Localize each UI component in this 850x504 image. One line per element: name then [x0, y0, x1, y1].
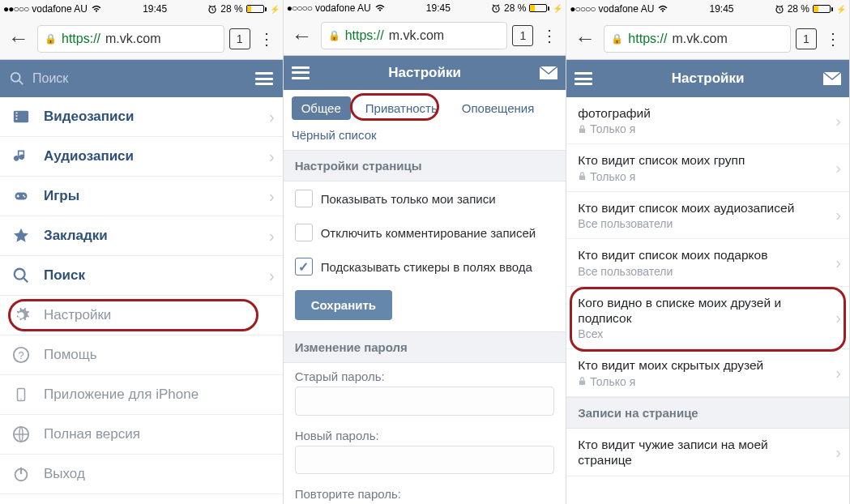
- battery-icon: [246, 5, 267, 13]
- chevron-right-icon: ›: [835, 111, 841, 130]
- checkbox[interactable]: [295, 258, 313, 275]
- checkbox[interactable]: [295, 224, 313, 241]
- browser-menu-icon[interactable]: ⋮: [255, 31, 278, 47]
- alarm-icon: [491, 3, 501, 13]
- url-host: m.vk.com: [389, 28, 444, 43]
- hamburger-icon[interactable]: [292, 66, 310, 79]
- chevron-right-icon: ›: [269, 267, 275, 285]
- mail-icon[interactable]: [540, 66, 557, 79]
- tab-count-button[interactable]: 1: [796, 28, 817, 49]
- lock-icon: [578, 125, 587, 134]
- tabs-row: Общее Приватность Оповещения: [284, 90, 566, 123]
- search-icon: [10, 71, 24, 86]
- menu-item-phone[interactable]: Приложение для iPhone: [0, 375, 283, 415]
- status-bar: ●○○○○ vodafone AU 19:45 28 % ⚡: [284, 0, 566, 16]
- checkbox-row[interactable]: Отключить комментирование записей: [284, 216, 566, 250]
- chevron-right-icon: ›: [835, 308, 841, 327]
- mail-icon[interactable]: [823, 72, 841, 85]
- power-icon: [11, 464, 31, 484]
- battery-pct: 28 %: [220, 3, 242, 15]
- lock-icon: [578, 172, 587, 181]
- privacy-item-title: Кто видит список моих аудиозаписей: [578, 200, 838, 216]
- back-icon[interactable]: ←: [5, 26, 32, 51]
- svg-point-17: [20, 399, 22, 400]
- privacy-item[interactable]: Кто видит список моих подарковВсе пользо…: [566, 239, 849, 286]
- menu-item-audio[interactable]: Аудиозаписи›: [0, 137, 283, 177]
- hamburger-icon[interactable]: [574, 72, 592, 85]
- url-bar[interactable]: 🔒 https://m.vk.com: [604, 25, 791, 53]
- checkbox[interactable]: [295, 190, 313, 207]
- svg-point-1: [11, 73, 20, 82]
- new-password-input[interactable]: [295, 446, 555, 474]
- browser-menu-icon[interactable]: ⋮: [822, 31, 844, 47]
- chevron-right-icon: ›: [835, 443, 841, 462]
- help-icon: ?: [11, 345, 31, 365]
- privacy-item[interactable]: фотографийТолько я›: [566, 97, 849, 144]
- privacy-item-value: Всех: [578, 327, 838, 340]
- pane-settings: ●○○○○ vodafone AU 19:45 28 % ⚡ ← 🔒 https…: [284, 0, 567, 504]
- back-icon[interactable]: ←: [288, 23, 316, 49]
- privacy-item-value: Только я: [578, 170, 838, 183]
- privacy-list: фотографийТолько я›Кто видит список моих…: [566, 97, 849, 397]
- url-bar[interactable]: 🔒 https://m.vk.com: [321, 22, 508, 49]
- privacy-item-title: фотографий: [578, 105, 838, 121]
- browser-menu-icon[interactable]: ⋮: [538, 28, 561, 44]
- privacy-item[interactable]: Кого видно в списке моих друзей и подпис…: [566, 287, 849, 350]
- svg-line-2: [19, 81, 23, 85]
- tab-privacy[interactable]: Приватность: [356, 96, 447, 120]
- lock-icon: 🔒: [328, 30, 340, 41]
- games-icon: [11, 186, 31, 206]
- svg-rect-4: [16, 113, 18, 114]
- menu-item-label: Игры: [44, 188, 79, 204]
- menu-item-power[interactable]: Выход: [0, 455, 283, 494]
- section-change-password: Изменение пароля: [284, 331, 566, 363]
- blacklist-link[interactable]: Чёрный список: [284, 123, 566, 150]
- status-bar: ●○○○○ vodafone AU 19:45 28 % ⚡: [566, 0, 849, 18]
- menu-item-search[interactable]: Поиск›: [0, 256, 283, 296]
- charging-icon: ⚡: [836, 5, 846, 14]
- chevron-right-icon: ›: [835, 206, 841, 224]
- privacy-item-wall[interactable]: Кто видит чужие записи на моей странице …: [566, 429, 849, 477]
- tab-count-button[interactable]: 1: [512, 25, 533, 46]
- carrier-label: vodafone AU: [315, 2, 371, 14]
- svg-rect-9: [17, 195, 19, 197]
- lock-icon: 🔒: [45, 33, 57, 45]
- privacy-item[interactable]: Кто видит список моих группТолько я›: [566, 144, 849, 191]
- tab-notifications[interactable]: Оповещения: [452, 96, 545, 120]
- privacy-item[interactable]: Кто видит моих скрытых друзейТолько я›: [566, 349, 849, 396]
- svg-rect-27: [579, 381, 585, 386]
- menu-item-star[interactable]: Закладки›: [0, 216, 283, 256]
- back-icon[interactable]: ←: [571, 26, 599, 51]
- checkbox-row[interactable]: Подсказывать стикеры в полях ввода: [284, 250, 566, 284]
- save-button[interactable]: Сохранить: [295, 290, 392, 320]
- svg-point-12: [15, 269, 25, 280]
- vk-search-bar[interactable]: Поиск: [0, 60, 283, 97]
- privacy-item-title: Кто видит чужие записи на моей странице: [578, 437, 838, 468]
- menu-item-label: Приложение для iPhone: [44, 387, 199, 403]
- privacy-item[interactable]: Кто видит список моих аудиозаписейВсе по…: [566, 192, 849, 239]
- url-prefix: https://: [62, 32, 100, 46]
- tab-general[interactable]: Общее: [292, 96, 351, 120]
- url-bar[interactable]: 🔒 https://m.vk.com: [37, 25, 224, 53]
- checkbox-row[interactable]: Показывать только мои записи: [284, 182, 566, 216]
- menu-item-label: Аудиозаписи: [44, 148, 134, 164]
- gear-icon: [11, 305, 31, 325]
- section-wall-posts: Записи на странице: [566, 397, 849, 429]
- tab-count-button[interactable]: 1: [229, 28, 250, 49]
- menu-item-video[interactable]: Видеозаписи›: [0, 97, 283, 137]
- menu-item-games[interactable]: Игры›: [0, 177, 283, 216]
- menu-item-help[interactable]: ?Помощь: [0, 335, 283, 375]
- privacy-item-value: Все пользователи: [578, 265, 838, 278]
- hamburger-icon[interactable]: [255, 72, 273, 85]
- wifi-icon: [374, 4, 386, 12]
- url-prefix: https://: [345, 28, 384, 43]
- menu-item-label: Помощь: [44, 347, 97, 363]
- signal-dots-icon: ●●○○○: [3, 3, 28, 15]
- chevron-right-icon: ›: [835, 363, 841, 382]
- repeat-password-label: Повторите пароль:: [284, 481, 566, 504]
- carrier-label: vodafone AU: [599, 3, 655, 15]
- menu-item-globe[interactable]: Полная версия: [0, 415, 283, 455]
- privacy-item-title: Кто видит список моих групп: [578, 152, 838, 168]
- menu-item-gear[interactable]: Настройки: [0, 296, 283, 335]
- old-password-input[interactable]: [295, 387, 555, 415]
